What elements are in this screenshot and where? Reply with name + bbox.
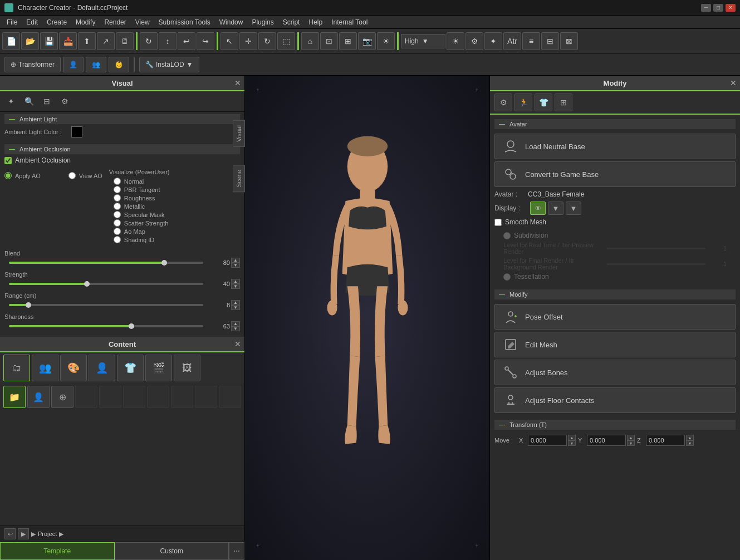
maximize-button[interactable]: □ bbox=[713, 4, 723, 12]
adjust-floor-contacts-button[interactable]: Adjust Floor Contacts bbox=[494, 387, 736, 413]
y-down[interactable]: ▼ bbox=[627, 440, 635, 446]
vis-scatter-radio[interactable] bbox=[114, 219, 121, 227]
content-sm-add-btn[interactable]: ⊕ bbox=[51, 386, 73, 408]
range-down[interactable]: ▼ bbox=[231, 305, 240, 310]
range-slider[interactable] bbox=[9, 304, 203, 306]
content-people-btn[interactable]: 👥 bbox=[32, 355, 58, 381]
x-up[interactable]: ▲ bbox=[568, 435, 576, 440]
viewport[interactable]: + + + + bbox=[245, 76, 489, 560]
quality-dropdown[interactable]: High ▼ bbox=[401, 34, 445, 48]
settings-icon[interactable]: ⚙ bbox=[465, 32, 483, 50]
export2-button[interactable]: ↗ bbox=[97, 32, 115, 50]
menu-window[interactable]: Window bbox=[215, 17, 248, 27]
sparkle-icon[interactable]: ✦ bbox=[3, 94, 19, 109]
sharpness-slider[interactable] bbox=[9, 325, 203, 327]
breadcrumb-forward[interactable]: ▶ bbox=[18, 528, 29, 539]
vis-ao-radio[interactable] bbox=[114, 228, 121, 235]
sharpness-up[interactable]: ▲ bbox=[231, 321, 240, 326]
vis-metallic-radio[interactable] bbox=[114, 203, 121, 210]
view-ao-radio[interactable] bbox=[68, 172, 76, 179]
import-button[interactable]: 📥 bbox=[59, 32, 77, 50]
content-motion-btn[interactable]: 🎬 bbox=[145, 355, 172, 381]
content-sm-people-btn[interactable]: 👤 bbox=[27, 386, 50, 408]
blend-slider[interactable] bbox=[9, 262, 203, 264]
visual-tab[interactable]: Visual bbox=[233, 120, 245, 147]
pose-offset-button[interactable]: Pose Offset bbox=[494, 304, 736, 330]
ao-checkbox[interactable] bbox=[4, 157, 12, 164]
edit-mesh-button[interactable]: Edit Mesh bbox=[494, 332, 736, 357]
modify-panel-close[interactable]: ✕ bbox=[730, 78, 737, 87]
scene-tab[interactable]: Scene bbox=[233, 165, 245, 192]
menu-submission-tools[interactable]: Submission Tools bbox=[154, 17, 215, 27]
x-down[interactable]: ▼ bbox=[568, 440, 576, 446]
strength-down[interactable]: ▼ bbox=[231, 284, 240, 289]
fit-button[interactable]: ⊡ bbox=[320, 32, 338, 50]
content-head-btn[interactable]: 👤 bbox=[89, 355, 115, 381]
camera-button[interactable]: 📷 bbox=[358, 32, 376, 50]
render-icon[interactable]: ✦ bbox=[484, 32, 502, 50]
z-input[interactable] bbox=[646, 435, 685, 446]
search-visual-icon[interactable]: 🔍 bbox=[21, 94, 37, 109]
modify-figure-icon[interactable]: 🏃 bbox=[514, 94, 532, 111]
strength-slider[interactable] bbox=[9, 283, 203, 285]
export-button[interactable]: ⬆ bbox=[78, 32, 96, 50]
ambient-color-swatch[interactable] bbox=[71, 126, 82, 137]
figure-btn-1[interactable]: 👤 bbox=[63, 57, 84, 72]
blend-thumb[interactable] bbox=[161, 260, 167, 266]
convert-game-base-button[interactable]: Convert to Game Base bbox=[494, 161, 736, 187]
content-sm-folder-btn[interactable]: 📁 bbox=[3, 386, 26, 408]
panels-icon[interactable]: ⊟ bbox=[541, 32, 559, 50]
z-down[interactable]: ▼ bbox=[686, 440, 694, 446]
save-button[interactable]: 💾 bbox=[40, 32, 58, 50]
breadcrumb-back[interactable]: ↩ bbox=[4, 528, 16, 539]
orbit-button[interactable]: ↻ bbox=[258, 32, 276, 50]
menu-view[interactable]: View bbox=[131, 17, 154, 27]
sharpness-thumb[interactable] bbox=[129, 323, 134, 329]
new-button[interactable]: 📄 bbox=[2, 32, 20, 50]
minimize-button[interactable]: ─ bbox=[701, 4, 711, 12]
load-neutral-base-button[interactable]: Load Neutral Base bbox=[494, 134, 736, 159]
content-brush-btn[interactable]: 🎨 bbox=[60, 355, 87, 381]
screen-button[interactable]: 🖥 bbox=[116, 32, 134, 50]
close-button[interactable]: ✕ bbox=[726, 4, 736, 12]
modify-extra-icon[interactable]: ⊞ bbox=[555, 94, 572, 111]
vis-shading-radio[interactable] bbox=[114, 236, 121, 243]
move-button[interactable]: ↕ bbox=[159, 32, 177, 50]
apply-ao-radio[interactable] bbox=[4, 172, 12, 179]
fit2-button[interactable]: ⊞ bbox=[339, 32, 357, 50]
menu-help[interactable]: Help bbox=[304, 17, 327, 27]
tab-custom[interactable]: Custom bbox=[115, 542, 229, 560]
content-folder-btn[interactable]: 🗂 bbox=[3, 355, 30, 381]
menu-script[interactable]: Script bbox=[278, 17, 305, 27]
modify-cloth-icon[interactable]: 👕 bbox=[535, 94, 552, 111]
content-image-btn[interactable]: 🖼 bbox=[174, 355, 200, 381]
vis-normal-radio[interactable] bbox=[114, 178, 121, 185]
menu-file[interactable]: File bbox=[2, 17, 22, 27]
settings-visual-icon[interactable]: ⚙ bbox=[57, 94, 72, 109]
figure-btn-3[interactable]: 👶 bbox=[109, 57, 129, 72]
open-button[interactable]: 📂 bbox=[21, 32, 39, 50]
blend-up[interactable]: ▲ bbox=[231, 258, 240, 263]
y-up[interactable]: ▲ bbox=[627, 435, 635, 440]
light-button[interactable]: ☀ bbox=[377, 32, 395, 50]
smooth-mesh-checkbox[interactable] bbox=[494, 219, 502, 226]
range-up[interactable]: ▲ bbox=[231, 300, 240, 305]
menu-plugins[interactable]: Plugins bbox=[247, 17, 278, 27]
tab-more[interactable]: ⋯ bbox=[229, 542, 244, 560]
transformer-button[interactable]: ⊕ Transformer bbox=[4, 57, 61, 72]
rotate-button[interactable]: ↻ bbox=[140, 32, 158, 50]
atr-icon[interactable]: Atr bbox=[503, 32, 521, 50]
strength-thumb[interactable] bbox=[84, 281, 90, 287]
display-extra-button[interactable]: ▼ bbox=[566, 202, 581, 215]
layers-icon[interactable]: ≡ bbox=[522, 32, 540, 50]
strength-up[interactable]: ▲ bbox=[231, 279, 240, 284]
display-down-button[interactable]: ▼ bbox=[548, 202, 563, 215]
blend-down[interactable]: ▼ bbox=[231, 263, 240, 268]
instalod-button[interactable]: 🔧 InstaLOD ▼ bbox=[139, 57, 199, 72]
select-button[interactable]: ↖ bbox=[220, 32, 238, 50]
display-eye-button[interactable]: 👁 bbox=[530, 202, 546, 215]
modify-settings-icon[interactable]: ⚙ bbox=[494, 94, 512, 111]
vis-pbr-radio[interactable] bbox=[114, 186, 121, 193]
content-panel-close[interactable]: ✕ bbox=[234, 340, 241, 348]
undo-button[interactable]: ↩ bbox=[178, 32, 195, 50]
